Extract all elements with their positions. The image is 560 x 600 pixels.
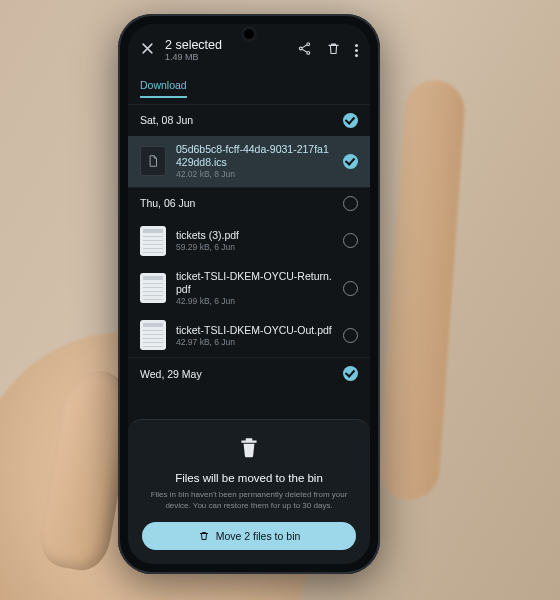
share-icon[interactable] — [297, 41, 312, 60]
selection-size: 1.49 MB — [165, 52, 287, 62]
bin-icon — [142, 434, 356, 464]
breadcrumb[interactable]: Download — [128, 71, 370, 105]
file-meta: 05d6b5c8-fcff-44da-9031-217fa1429dd8.ics… — [176, 143, 333, 180]
file-name: ticket-TSLI-DKEM-OYCU-Return.pdf — [176, 270, 333, 296]
screen: 2 selected 1.49 MB Download — [128, 24, 370, 564]
file-name: tickets (3).pdf — [176, 229, 333, 242]
close-icon[interactable] — [140, 41, 155, 60]
check-icon[interactable] — [343, 366, 358, 381]
photo-scene: 2 selected 1.49 MB Download — [0, 0, 560, 600]
file-doc-icon — [140, 146, 166, 176]
file-subtext: 42.02 kB, 8 Jun — [176, 169, 333, 180]
file-thumb-icon — [140, 226, 166, 256]
file-row[interactable]: ticket-TSLI-DKEM-OYCU-Return.pdf 42.99 k… — [128, 263, 370, 314]
date-header[interactable]: Wed, 29 May — [128, 357, 370, 389]
file-meta: ticket-TSLI-DKEM-OYCU-Return.pdf 42.99 k… — [176, 270, 333, 307]
header-actions — [297, 41, 358, 60]
sheet-title: Files will be moved to the bin — [142, 472, 356, 484]
svg-point-2 — [307, 51, 310, 54]
file-subtext: 42.99 kB, 6 Jun — [176, 296, 333, 307]
svg-point-0 — [307, 43, 310, 46]
file-subtext: 59.29 kB, 6 Jun — [176, 242, 333, 253]
header-titles: 2 selected 1.49 MB — [165, 38, 287, 63]
file-row[interactable]: ticket-TSLI-DKEM-OYCU-Out.pdf 42.97 kB, … — [128, 313, 370, 357]
file-name: ticket-TSLI-DKEM-OYCU-Out.pdf — [176, 324, 333, 337]
file-row[interactable]: tickets (3).pdf 59.29 kB, 6 Jun — [128, 219, 370, 263]
date-label: Sat, 08 Jun — [140, 114, 193, 126]
move-to-bin-label: Move 2 files to bin — [216, 530, 301, 542]
check-icon[interactable] — [343, 113, 358, 128]
trash-icon[interactable] — [326, 41, 341, 60]
date-header[interactable]: Sat, 08 Jun — [128, 105, 370, 136]
sheet-description: Files in bin haven't been permanently de… — [142, 490, 356, 512]
unchecked-icon[interactable] — [343, 196, 358, 211]
file-meta: tickets (3).pdf 59.29 kB, 6 Jun — [176, 229, 333, 253]
date-label: Thu, 06 Jun — [140, 197, 195, 209]
date-header[interactable]: Thu, 06 Jun — [128, 187, 370, 219]
file-row[interactable]: 05d6b5c8-fcff-44da-9031-217fa1429dd8.ics… — [128, 136, 370, 187]
bottom-sheet: Files will be moved to the bin Files in … — [128, 419, 370, 564]
unchecked-icon[interactable] — [343, 328, 358, 343]
check-icon[interactable] — [343, 154, 358, 169]
unchecked-icon[interactable] — [343, 281, 358, 296]
fingers — [377, 78, 466, 501]
unchecked-icon[interactable] — [343, 233, 358, 248]
front-camera — [244, 29, 254, 39]
file-list[interactable]: Sat, 08 Jun 05d6b5c8-fcff-44da-9031-217f… — [128, 105, 370, 424]
phone-frame: 2 selected 1.49 MB Download — [118, 14, 380, 574]
file-meta: ticket-TSLI-DKEM-OYCU-Out.pdf 42.97 kB, … — [176, 324, 333, 348]
file-thumb-icon — [140, 320, 166, 350]
date-label: Wed, 29 May — [140, 368, 202, 380]
selection-count: 2 selected — [165, 38, 287, 52]
file-subtext: 42.97 kB, 6 Jun — [176, 337, 333, 348]
overflow-menu-icon[interactable] — [355, 44, 358, 57]
breadcrumb-label: Download — [140, 79, 187, 98]
move-to-bin-button[interactable]: Move 2 files to bin — [142, 522, 356, 550]
file-thumb-icon — [140, 273, 166, 303]
file-name: 05d6b5c8-fcff-44da-9031-217fa1429dd8.ics — [176, 143, 333, 169]
svg-point-1 — [299, 47, 302, 50]
